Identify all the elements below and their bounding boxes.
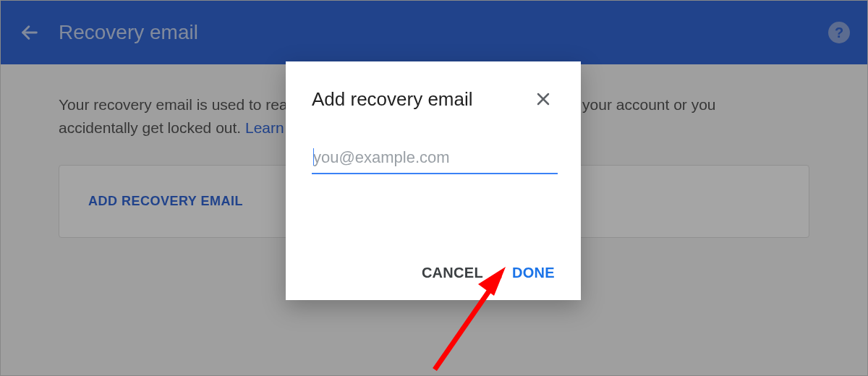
recovery-email-input[interactable] <box>312 145 558 174</box>
dialog-header: Add recovery email <box>312 87 555 111</box>
add-recovery-email-dialog: Add recovery email CANCEL DONE <box>286 61 581 300</box>
text-caret <box>313 148 314 166</box>
dialog-title: Add recovery email <box>312 88 473 111</box>
done-button[interactable]: DONE <box>512 265 555 281</box>
cancel-button[interactable]: CANCEL <box>422 265 483 281</box>
email-input-wrap <box>312 145 555 174</box>
dialog-actions: CANCEL DONE <box>422 265 555 281</box>
close-icon[interactable] <box>532 87 555 111</box>
